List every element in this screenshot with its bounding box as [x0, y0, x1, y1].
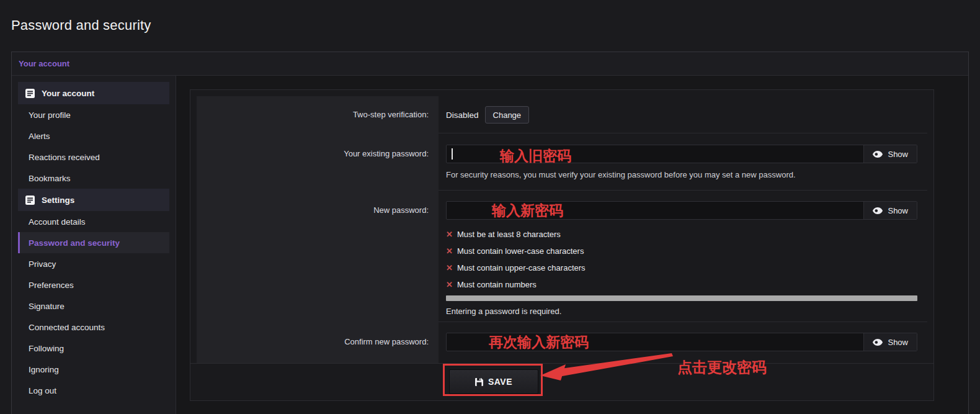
two-step-status: Disabled — [446, 110, 479, 120]
form-footer: SAVE — [190, 363, 933, 401]
sidebar-item-connected-accounts[interactable]: Connected accounts — [18, 317, 169, 338]
confirm-password-row: Confirm new password: Sho — [197, 322, 927, 363]
text-cursor — [452, 148, 453, 160]
requirement-text: Must contain numbers — [457, 280, 537, 289]
two-step-row: Two-step verification: Disabled Change — [197, 96, 927, 133]
confirm-password-label: Confirm new password: — [197, 322, 439, 363]
list-icon — [25, 89, 35, 98]
new-password-label: New password: — [197, 191, 439, 322]
show-button-label: Show — [888, 150, 908, 159]
sidebar-item-password-and-security[interactable]: Password and security — [18, 232, 169, 253]
sidebar-item-signature[interactable]: Signature — [18, 295, 169, 317]
sidebar-item-privacy[interactable]: Privacy — [18, 253, 169, 274]
requirement-text: Must contain upper-case characters — [457, 263, 586, 272]
show-new-password-button[interactable]: Show — [863, 202, 917, 219]
requirement-item: ✕Must contain numbers — [446, 276, 917, 293]
sidebar-item-account-details[interactable]: Account details — [18, 211, 169, 232]
save-button-label: SAVE — [488, 377, 512, 387]
show-confirm-password-button[interactable]: Show — [863, 333, 917, 351]
new-password-input-group: Show — [446, 201, 917, 220]
page-title: Password and security — [11, 17, 151, 34]
fail-icon: ✕ — [446, 263, 453, 272]
fail-icon: ✕ — [446, 280, 453, 289]
two-step-label: Two-step verification: — [197, 96, 439, 133]
main-content: Two-step verification: Disabled Change Y… — [176, 76, 968, 414]
new-password-input[interactable] — [447, 202, 863, 219]
existing-password-label: Your existing password: — [197, 133, 439, 191]
sidebar-item-bookmarks[interactable]: Bookmarks — [18, 168, 169, 189]
sidebar-item-following[interactable]: Following — [18, 338, 169, 359]
settings-form-panel: Two-step verification: Disabled Change Y… — [190, 89, 934, 401]
sidebar-section-your-account[interactable]: Your account — [18, 82, 169, 104]
show-button-label: Show — [888, 338, 908, 347]
sidebar-item-preferences[interactable]: Preferences — [18, 274, 169, 295]
sidebar: Your account Your profile Alerts Reactio… — [12, 76, 176, 414]
sidebar-item-ignoring[interactable]: Ignoring — [18, 359, 169, 380]
existing-password-input[interactable] — [447, 145, 863, 163]
eye-icon — [873, 339, 883, 346]
confirm-password-input[interactable] — [447, 333, 863, 351]
sidebar-section-label: Your account — [42, 89, 94, 98]
sidebar-item-alerts[interactable]: Alerts — [18, 125, 169, 146]
list-icon — [25, 196, 35, 205]
eye-icon — [873, 151, 883, 158]
existing-password-input-group: Show — [446, 145, 917, 163]
requirement-item: ✕Must contain upper-case characters — [446, 259, 917, 276]
account-container: Your account Your account Your profile A… — [11, 52, 969, 414]
requirement-text: Must be at least 8 characters — [457, 230, 561, 239]
change-button[interactable]: Change — [485, 106, 530, 124]
new-password-row: New password: Show — [197, 191, 927, 322]
sidebar-item-reactions-received[interactable]: Reactions received — [18, 146, 169, 168]
existing-password-row: Your existing password: — [197, 133, 927, 191]
sidebar-item-your-profile[interactable]: Your profile — [18, 104, 169, 125]
fail-icon: ✕ — [446, 246, 453, 256]
requirement-item: ✕Must contain lower-case characters — [446, 243, 917, 259]
breadcrumb-link[interactable]: Your account — [19, 59, 69, 68]
fail-icon: ✕ — [446, 230, 453, 239]
sidebar-item-log-out[interactable]: Log out — [18, 380, 169, 401]
password-requirements: ✕Must be at least 8 characters ✕Must con… — [446, 226, 917, 293]
password-required-note: Entering a password is required. — [446, 307, 917, 316]
show-button-label: Show — [888, 206, 908, 215]
save-icon — [475, 378, 483, 386]
sidebar-section-label: Settings — [42, 196, 74, 205]
save-button[interactable]: SAVE — [449, 369, 538, 394]
eye-icon — [873, 207, 883, 214]
password-strength-bar — [446, 295, 917, 301]
breadcrumb: Your account — [12, 52, 968, 76]
confirm-password-input-group: Show — [446, 333, 917, 351]
show-existing-password-button[interactable]: Show — [863, 145, 917, 163]
requirement-item: ✕Must be at least 8 characters — [446, 226, 917, 243]
existing-password-hint: For security reasons, you must verify yo… — [446, 170, 917, 179]
sidebar-section-settings[interactable]: Settings — [18, 189, 169, 211]
requirement-text: Must contain lower-case characters — [457, 246, 584, 256]
